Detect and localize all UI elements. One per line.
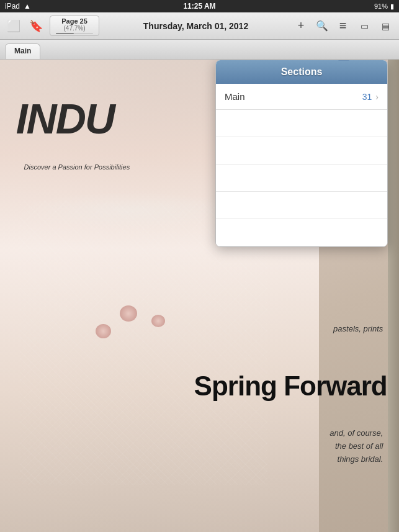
floral-accent-1 (120, 305, 137, 322)
sections-item-right: 31 › (362, 92, 379, 102)
sections-empty-row-5 (216, 219, 387, 246)
pages-icon[interactable]: ⬜ (5, 17, 22, 35)
add-button[interactable]: + (292, 17, 310, 35)
search-button[interactable]: 🔍 (313, 17, 331, 35)
status-right: 91% ▮ (374, 2, 394, 11)
sections-item-label-main: Main (225, 91, 245, 102)
sections-item-main[interactable]: Main 31 › (216, 84, 387, 110)
magazine-tagline: Discover a Passion for Possibilities (24, 163, 130, 171)
magazine-title: INDU (16, 97, 114, 140)
toolbar-center: Thursday, March 01, 2012 (143, 21, 248, 31)
page-info: Page 25 (47.7%) (50, 16, 99, 36)
sections-list: Main 31 › (216, 84, 387, 246)
progress-fill (56, 33, 74, 34)
main-content: INDU Discover a Passion for Possibilitie… (0, 60, 399, 532)
sections-arrow (338, 60, 350, 60)
sections-empty-row-3 (216, 165, 387, 192)
menu-button[interactable]: ≡ (334, 17, 352, 35)
headline-main: Spring Forward (0, 372, 387, 400)
sections-empty-row-4 (216, 192, 387, 219)
sections-header: Sections (216, 60, 387, 84)
page-progress: (47.7%) (63, 25, 85, 32)
status-bar: iPad ▲ 11:25 AM 91% ▮ (0, 0, 399, 12)
headline-small: pastels, prints (333, 324, 383, 333)
toolbar-date: Thursday, March 01, 2012 (143, 21, 248, 31)
sections-empty-row-1 (216, 110, 387, 137)
status-time: 11:25 AM (183, 2, 215, 11)
sections-item-count: 31 (362, 92, 372, 102)
page-label: Page 25 (61, 17, 87, 25)
status-left: iPad ▲ (5, 2, 31, 11)
battery-percent: 91% (374, 2, 388, 10)
bookmarks-icon[interactable]: 🔖 (27, 17, 45, 35)
sections-title: Sections (281, 66, 323, 77)
sections-empty-row-2 (216, 137, 387, 165)
grid-button[interactable]: ▤ (377, 17, 394, 35)
sections-panel: Sections Main 31 › (215, 60, 388, 247)
battery-icon: ▮ (390, 2, 394, 11)
tab-bar: Main (0, 40, 399, 60)
toolbar: ⬜ 🔖 Page 25 (47.7%) Thursday, March 01, … (0, 12, 399, 40)
wifi-icon: ▲ (24, 2, 31, 11)
right-edge (388, 60, 399, 532)
headline-sub: and, of course,the best of allthings bri… (330, 427, 383, 466)
airplay-button[interactable]: ▭ (356, 17, 373, 35)
progress-bar (56, 33, 93, 34)
chevron-icon: › (375, 92, 379, 102)
carrier-label: iPad (5, 2, 20, 11)
magazine-cover: INDU Discover a Passion for Possibilitie… (0, 60, 399, 532)
tab-main[interactable]: Main (5, 43, 40, 59)
toolbar-right: + 🔍 ≡ ▭ ▤ (292, 17, 394, 35)
toolbar-left: ⬜ 🔖 Page 25 (47.7%) (5, 16, 99, 36)
